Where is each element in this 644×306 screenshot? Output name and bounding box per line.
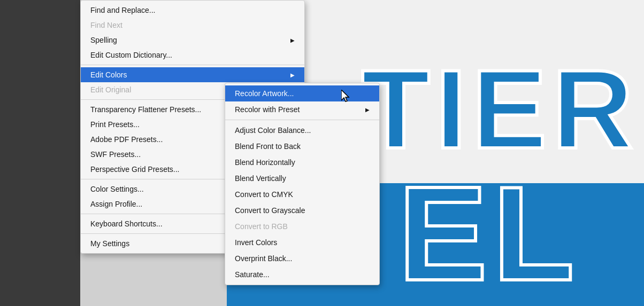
submenu-item-convert-to-cmyk[interactable]: Convert to CMYK: [225, 186, 379, 202]
edit-colors-submenu: Recolor Artwork... Recolor with Preset ▶…: [225, 83, 380, 285]
submenu-item-blend-front-to-back-label: Blend Front to Back: [235, 142, 301, 151]
submenu-item-convert-to-rgb: Convert to RGB: [225, 218, 379, 234]
menu-item-perspective-grid-presets-label: Perspective Grid Presets...: [90, 165, 180, 174]
submenu-item-recolor-with-preset-label: Recolor with Preset: [235, 105, 300, 114]
menu-item-find-replace-label: Find and Replace...: [90, 6, 155, 14]
submenu-item-convert-to-grayscale[interactable]: Convert to Grayscale: [225, 202, 379, 218]
canvas-text-el: EL: [398, 167, 580, 301]
submenu-item-invert-colors-label: Invert Colors: [235, 238, 277, 247]
menu-item-spelling-label: Spelling: [90, 36, 117, 44]
canvas-text-tier: TIER: [362, 53, 639, 166]
menu-item-edit-colors-label: Edit Colors: [90, 70, 127, 79]
menu-item-find-next: Find Next: [81, 18, 304, 33]
submenu-item-recolor-artwork[interactable]: Recolor Artwork...: [225, 85, 379, 101]
menu-item-edit-colors[interactable]: Edit Colors ▶: [81, 67, 304, 82]
menu-item-assign-profile-label: Assign Profile...: [90, 200, 142, 208]
submenu-item-recolor-artwork-label: Recolor Artwork...: [235, 89, 294, 98]
menu-item-keyboard-shortcuts-label: Keyboard Shortcuts...: [90, 219, 163, 228]
submenu-item-convert-to-grayscale-label: Convert to Grayscale: [235, 206, 305, 215]
menu-item-find-next-label: Find Next: [90, 21, 122, 29]
menu-item-my-settings-label: My Settings: [90, 239, 129, 248]
submenu-item-blend-vertically-label: Blend Vertically: [235, 174, 286, 183]
submenu-item-blend-horizontally[interactable]: Blend Horizontally: [225, 154, 379, 170]
submenu-item-convert-to-rgb-label: Convert to RGB: [235, 222, 288, 231]
menu-item-swf-presets-label: SWF Presets...: [90, 150, 141, 159]
menu-item-edit-custom-dict[interactable]: Edit Custom Dictionary...: [81, 48, 304, 62]
submenu-item-blend-horizontally-label: Blend Horizontally: [235, 158, 295, 167]
menu-item-transparency-flattener-label: Transparency Flattener Presets...: [90, 105, 201, 114]
app-sidebar: [0, 0, 80, 306]
submenu-item-invert-colors[interactable]: Invert Colors: [225, 234, 379, 250]
submenu-item-saturate-label: Saturate...: [235, 270, 270, 279]
submenu-item-overprint-black-label: Overprint Black...: [235, 254, 292, 263]
submenu-item-saturate[interactable]: Saturate...: [225, 266, 379, 283]
submenu-separator-1: [225, 120, 379, 120]
edit-colors-arrow-icon: ▶: [290, 72, 295, 78]
submenu-item-overprint-black[interactable]: Overprint Black...: [225, 250, 379, 266]
menu-item-color-settings-label: Color Settings...: [90, 185, 144, 193]
submenu-item-convert-to-cmyk-label: Convert to CMYK: [235, 190, 293, 199]
submenu-item-blend-vertically[interactable]: Blend Vertically: [225, 170, 379, 186]
submenu-item-adjust-color-balance-label: Adjust Color Balance...: [235, 126, 311, 135]
menu-item-spelling[interactable]: Spelling ▶: [81, 33, 304, 48]
submenu-item-adjust-color-balance[interactable]: Adjust Color Balance...: [225, 122, 379, 138]
menu-item-print-presets-label: Print Presets...: [90, 120, 140, 129]
menu-item-find-replace[interactable]: Find and Replace...: [81, 3, 304, 18]
separator-1: [81, 65, 304, 65]
spelling-arrow-icon: ▶: [290, 37, 295, 43]
menu-item-adobe-pdf-presets-label: Adobe PDF Presets...: [90, 135, 163, 144]
submenu-item-blend-front-to-back[interactable]: Blend Front to Back: [225, 138, 379, 154]
menu-item-edit-original-label: Edit Original: [90, 85, 131, 94]
recolor-with-preset-arrow-icon: ▶: [365, 107, 370, 113]
menu-item-edit-custom-dict-label: Edit Custom Dictionary...: [90, 51, 172, 59]
submenu-item-recolor-with-preset[interactable]: Recolor with Preset ▶: [225, 101, 379, 117]
